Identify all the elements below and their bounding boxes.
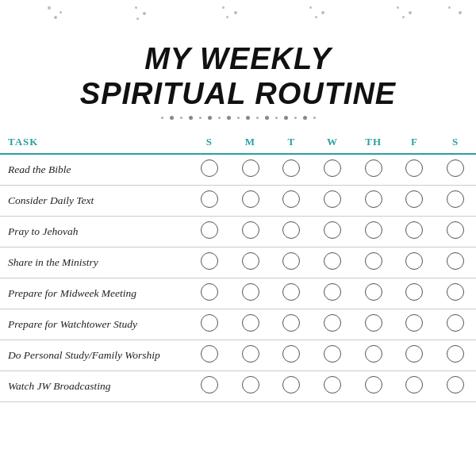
day-header-s1: S [189,132,230,154]
check-circle[interactable] [353,186,394,217]
top-decoration [0,14,476,38]
check-circle[interactable] [271,217,312,248]
check-circle[interactable] [435,371,476,402]
check-circle[interactable] [189,154,230,186]
check-circle[interactable] [230,154,271,186]
table-row: Prepare for Midweek Meeting [0,278,476,309]
check-circle[interactable] [353,248,394,278]
check-circle[interactable] [394,371,436,402]
check-circle[interactable] [230,340,271,371]
check-circle[interactable] [189,371,230,402]
check-circle[interactable] [353,278,394,309]
check-circle[interactable] [189,278,230,309]
table-row: Do Personal Study/Family Worship [0,340,476,371]
page-title: MY WEEKLY SPIRITUAL ROUTINE [0,42,476,111]
table-row: Read the Bible [0,154,476,186]
check-circle[interactable] [271,278,312,309]
check-circle[interactable] [435,340,476,371]
check-circle[interactable] [189,248,230,278]
check-circle[interactable] [189,309,230,340]
page: MY WEEKLY SPIRITUAL ROUTINE [0,0,476,476]
check-circle[interactable] [230,278,271,309]
check-circle[interactable] [394,248,436,278]
check-circle[interactable] [394,278,436,309]
table-row: Share in the Ministry [0,248,476,278]
table-row: Consider Daily Text [0,186,476,217]
check-circle[interactable] [394,340,436,371]
check-circle[interactable] [312,217,353,248]
task-table-section: TASK S M T W TH F S Read the BibleConsid… [0,132,476,402]
check-circle[interactable] [312,248,353,278]
check-circle[interactable] [353,217,394,248]
table-row: Watch JW Broadcasting [0,371,476,402]
task-label: Do Personal Study/Family Worship [0,340,189,371]
title-line-2: SPIRITUAL ROUTINE [0,77,476,112]
check-circle[interactable] [312,186,353,217]
check-circle[interactable] [271,371,312,402]
check-circle[interactable] [189,186,230,217]
check-circle[interactable] [353,154,394,186]
check-circle[interactable] [312,309,353,340]
check-circle[interactable] [230,248,271,278]
task-label: Consider Daily Text [0,186,189,217]
check-circle[interactable] [230,217,271,248]
day-header-s2: S [435,132,476,154]
task-label: Prepare for Midweek Meeting [0,278,189,309]
check-circle[interactable] [435,309,476,340]
task-column-header: TASK [0,132,189,154]
check-circle[interactable] [435,278,476,309]
day-header-th: TH [353,132,394,154]
table-row: Prepare for Watchtower Study [0,309,476,340]
check-circle[interactable] [435,154,476,186]
table-header-row: TASK S M T W TH F S [0,132,476,154]
check-circle[interactable] [312,371,353,402]
check-circle[interactable] [312,278,353,309]
title-line-1: MY WEEKLY [0,42,476,77]
day-header-m: M [230,132,271,154]
check-circle[interactable] [353,371,394,402]
task-label: Watch JW Broadcasting [0,371,189,402]
check-circle[interactable] [394,309,436,340]
task-label: Pray to Jehovah [0,217,189,248]
task-label: Share in the Ministry [0,248,189,278]
day-header-t1: T [271,132,312,154]
task-label: Read the Bible [0,154,189,186]
day-header-f: F [394,132,436,154]
check-circle[interactable] [189,217,230,248]
header: MY WEEKLY SPIRITUAL ROUTINE [0,0,476,132]
check-circle[interactable] [394,217,436,248]
check-circle[interactable] [230,186,271,217]
check-circle[interactable] [189,340,230,371]
day-header-w: W [312,132,353,154]
check-circle[interactable] [353,340,394,371]
check-circle[interactable] [271,154,312,186]
check-circle[interactable] [435,248,476,278]
check-circle[interactable] [394,186,436,217]
check-circle[interactable] [271,248,312,278]
check-circle[interactable] [230,371,271,402]
check-circle[interactable] [435,186,476,217]
check-circle[interactable] [353,309,394,340]
check-circle[interactable] [230,309,271,340]
wave-decoration [48,116,428,120]
check-circle[interactable] [271,340,312,371]
check-circle[interactable] [312,154,353,186]
check-circle[interactable] [435,217,476,248]
check-circle[interactable] [312,340,353,371]
check-circle[interactable] [394,154,436,186]
check-circle[interactable] [271,309,312,340]
check-circle[interactable] [271,186,312,217]
task-label: Prepare for Watchtower Study [0,309,189,340]
table-row: Pray to Jehovah [0,217,476,248]
task-table: TASK S M T W TH F S Read the BibleConsid… [0,132,476,402]
